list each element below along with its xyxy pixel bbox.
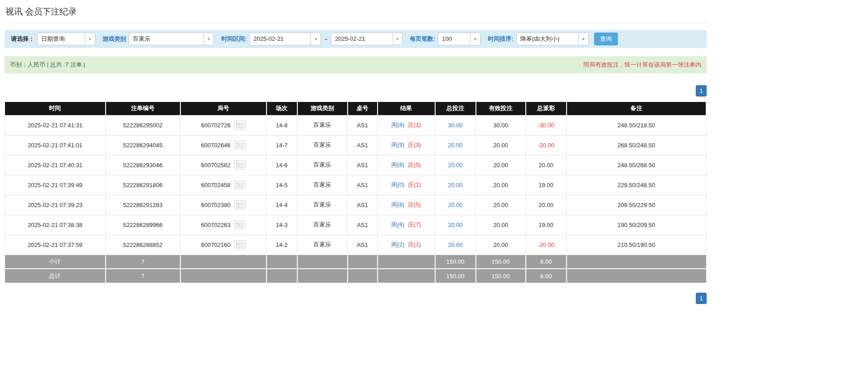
result-player: 闲(8) — [391, 201, 404, 208]
game-type-label: 游戏类别 — [102, 35, 126, 43]
total-bet-cell[interactable]: 30.00 — [435, 115, 476, 135]
total-row: 总计 7 150.00 150.00 8.00 — [5, 269, 707, 283]
game-type-select[interactable]: 百家乐 ▼ — [129, 33, 214, 45]
total-bet-cell[interactable]: 20.00 — [435, 195, 476, 215]
page-1-button[interactable]: 1 — [696, 293, 707, 304]
roadmap-icon[interactable] — [234, 220, 246, 229]
empty-cell — [180, 269, 267, 283]
game-type-cell: 百家乐 — [297, 215, 348, 235]
round-id: 600702160 — [201, 242, 230, 248]
total-bet-cell[interactable]: 20.00 — [435, 155, 476, 175]
game-type-cell: 百家乐 — [297, 115, 348, 135]
round-id: 600702562 — [201, 162, 230, 169]
result-cell: 闲(6) 庄(7) — [378, 215, 435, 235]
valid-bet-cell: 30.00 — [476, 115, 526, 135]
payout-cell: -30.00 — [526, 115, 567, 135]
valid-bet-cell: 20.00 — [476, 155, 526, 175]
chevron-down-icon[interactable]: ▼ — [204, 33, 213, 45]
time-range-label: 时间区间: — [221, 35, 247, 43]
tilde-separator: ~ — [324, 36, 328, 43]
bet-id-cell: 522286294045 — [106, 135, 180, 155]
column-header: 时间 — [5, 102, 106, 115]
total-valid-bet: 150.00 — [476, 269, 526, 283]
roadmap-icon[interactable] — [234, 160, 246, 169]
bet-id-cell: 522286291806 — [106, 175, 180, 195]
roadmap-icon[interactable] — [234, 200, 246, 209]
chevron-down-icon[interactable]: ▼ — [310, 33, 320, 45]
roadmap-icon[interactable] — [234, 121, 246, 130]
subtotal-count: 7 — [106, 255, 180, 269]
time-cell: 2025-02-21 07:40:31 — [5, 155, 106, 175]
date-from-select[interactable]: 2025-02-21 ▼ — [249, 33, 321, 45]
betting-records-table: 时间 注单编号 局号 场次 游戏类别 桌号 结果 总投注 有效投注 — [5, 102, 707, 283]
session-cell: 14-4 — [267, 195, 297, 215]
result-player: 闲(6) — [391, 221, 404, 228]
table-row: 2025-02-21 07:39:23 522286291283 6007023… — [5, 195, 707, 215]
result-banker: 庄(1) — [408, 121, 421, 128]
game-type-cell: 百家乐 — [297, 175, 348, 195]
roadmap-icon[interactable] — [234, 140, 246, 150]
valid-bet-cell: 20.00 — [476, 215, 526, 235]
table-row: 2025-02-21 07:37:59 522286288852 6007021… — [5, 235, 707, 255]
page-size-select[interactable]: 100 ▼ — [438, 33, 480, 45]
date-to-select[interactable]: 2025-02-21 ▼ — [331, 33, 402, 45]
empty-cell — [378, 269, 435, 283]
time-cell: 2025-02-21 07:41:31 — [5, 115, 106, 135]
total-bet-cell[interactable]: 20.00 — [435, 215, 476, 235]
round-cell: 600702562 — [180, 155, 267, 175]
time-cell: 2025-02-21 07:39:49 — [5, 175, 106, 195]
page-size-value: 100 — [438, 33, 470, 45]
result-cell: 闲(9) 庄(3) — [378, 135, 435, 155]
total-bet-cell[interactable]: 20.00 — [435, 135, 476, 155]
result-cell: 闲(8) 庄(1) — [378, 115, 435, 135]
column-header: 有效投注 — [476, 102, 526, 115]
table-no-cell: AS1 — [348, 115, 378, 135]
total-count: 7 — [106, 269, 180, 283]
round-id: 600702646 — [201, 142, 230, 149]
result-banker: 庄(7) — [408, 221, 421, 228]
round-cell: 600702380 — [180, 195, 267, 215]
column-header: 局号 — [180, 102, 267, 115]
table-row: 2025-02-21 07:40:31 522286293046 6007025… — [5, 155, 707, 175]
table-no-cell: AS1 — [348, 215, 378, 235]
total-payout: 8.00 — [526, 269, 567, 283]
result-cell: 闲(2) 庄(1) — [378, 235, 435, 255]
result-player: 闲(8) — [391, 161, 404, 168]
chevron-down-icon[interactable]: ▼ — [85, 33, 95, 45]
note-cell: 209.50/229.50 — [567, 195, 707, 215]
chevron-down-icon[interactable]: ▼ — [470, 33, 480, 45]
page-1-button[interactable]: 1 — [696, 85, 707, 97]
roadmap-icon[interactable] — [234, 240, 246, 249]
total-bet-cell[interactable]: 20.00 — [435, 235, 476, 255]
roadmap-icon[interactable] — [234, 180, 246, 189]
chevron-down-icon[interactable]: ▼ — [392, 33, 402, 45]
table-row: 2025-02-21 07:41:01 522286294045 6007026… — [5, 135, 707, 155]
result-cell: 闲(8) 庄(5) — [378, 155, 435, 175]
sort-order-select[interactable]: 降幂(由大到小) ▼ — [516, 33, 589, 45]
result-banker: 庄(1) — [408, 241, 421, 248]
empty-cell — [567, 255, 707, 269]
query-type-select[interactable]: 日期查询 ▼ — [37, 33, 95, 45]
column-header: 场次 — [267, 102, 297, 115]
subtotal-row: 小计 7 150.00 150.00 8.00 — [5, 255, 707, 269]
table-row: 2025-02-21 07:38:38 522286289966 6007022… — [5, 215, 707, 235]
valid-bet-cell: 20.00 — [476, 195, 526, 215]
game-type-value: 百家乐 — [129, 33, 204, 45]
table-header: 时间 注单编号 局号 场次 游戏类别 桌号 结果 总投注 有效投注 — [5, 102, 707, 115]
payout-cell: 20.00 — [526, 155, 567, 175]
result-player: 闲(8) — [391, 121, 404, 128]
session-cell: 14-7 — [267, 135, 297, 155]
total-bet-cell[interactable]: 20.00 — [435, 175, 476, 195]
table-footer: 小计 7 150.00 150.00 8.00 总计 7 15 — [5, 255, 707, 283]
payout-cell: 20.00 — [526, 195, 567, 215]
note-cell: 190.50/209.50 — [567, 215, 707, 235]
result-banker: 庄(5) — [408, 201, 421, 208]
table-row: 2025-02-21 07:41:31 522286295002 6007027… — [5, 115, 707, 135]
table-body: 2025-02-21 07:41:31 522286295002 6007027… — [5, 115, 707, 255]
bet-id-cell: 522286289966 — [106, 215, 180, 235]
date-from-value: 2025-02-21 — [250, 33, 310, 45]
sort-order-label: 时间排序: — [488, 35, 513, 43]
valid-bet-cell: 20.00 — [476, 175, 526, 195]
query-button[interactable]: 查询 — [594, 33, 618, 45]
chevron-down-icon[interactable]: ▼ — [578, 33, 588, 45]
